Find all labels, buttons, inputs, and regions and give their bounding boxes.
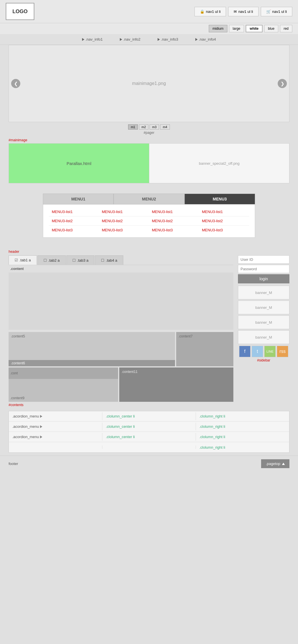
pager-dot-4[interactable]: m4 [160, 124, 170, 130]
pager-dot-3[interactable]: m3 [150, 124, 159, 130]
menu-row-3: MENU3-list3 MENU3-list3 MENU3-list3 MENU… [49, 226, 249, 234]
top-header: LOGO 🔒 nav1 ul li ✉ nav1 ul li 🛒 nav1 ul… [0, 0, 298, 23]
tab-3-label: .tab3 a [77, 258, 89, 263]
menu-grid: MENU3-list1 MENU3-list1 MENU3-list1 MENU… [43, 204, 255, 238]
menu-cell-1-3[interactable]: MENU3-list1 [149, 207, 199, 216]
accordion-row-4: .clolumn_right li [9, 442, 289, 452]
menu-cell-1-2[interactable]: MENU3-list1 [99, 207, 149, 216]
tab-4[interactable]: ☐ .tab4 a [95, 255, 123, 265]
menu-cell-1-1[interactable]: MENU3-list1 [49, 207, 99, 216]
accordion-row-1: .acordion_menu .clolumn_center li .clolu… [9, 411, 289, 422]
nav-button-3[interactable]: 🛒 nav1 ul li [261, 7, 292, 16]
nav-btn-1-label: nav1 ul li [206, 9, 220, 14]
cart-icon: 🛒 [266, 9, 271, 14]
nav-info-1-label: .nav_info1 [86, 37, 103, 41]
nav-button-2[interactable]: ✉ nav1 ul li [228, 7, 258, 16]
slider-prev-button[interactable]: ❮ [11, 79, 20, 88]
parallax-box[interactable]: Parallax.html [9, 144, 149, 183]
triangle-right-icon [82, 38, 84, 41]
rss-icon[interactable]: rss [277, 346, 288, 357]
red-button[interactable]: red [280, 25, 292, 32]
accordion-col3-3[interactable]: .clolumn_right li [196, 433, 289, 441]
white-button[interactable]: white [246, 25, 263, 32]
midium-button[interactable]: midium [209, 25, 227, 32]
tab-2-label: .tab2 a [48, 258, 60, 263]
menu-tabs: MENU1 MENU2 MENU3 [43, 194, 255, 204]
userid-input[interactable] [238, 255, 289, 264]
menu-cell-2-3[interactable]: MENU3-list2 [149, 216, 199, 225]
tab-3[interactable]: ☐ .tab3 a [66, 255, 95, 265]
menu-cell-1-4[interactable]: MENU3-list1 [199, 207, 249, 216]
check-icon-4: ☐ [101, 258, 104, 263]
nav-info-1[interactable]: .nav_info1 [73, 36, 111, 43]
tab-2[interactable]: ☐ .tab2 a [37, 255, 66, 265]
accordion-col1-2[interactable]: .acordion_menu [9, 423, 102, 430]
content7-label: .content7 [178, 334, 192, 338]
accordion-col1-4 [9, 446, 102, 449]
mainimage-label: #mainimage [0, 137, 298, 143]
banner-m-4: banner_M [238, 330, 289, 344]
content9-label: .content9 [10, 396, 24, 400]
menu-cell-3-4[interactable]: MENU3-list3 [199, 226, 249, 234]
accordion-col2-3[interactable]: .clolumn_center li [102, 433, 196, 441]
nav-info-2[interactable]: .nav_info2 [111, 36, 149, 43]
menu-row-1: MENU3-list1 MENU3-list1 MENU3-list1 MENU… [49, 207, 249, 216]
twitter-icon[interactable]: t [252, 346, 263, 357]
triangle-right-icon [195, 38, 198, 41]
menu-tab-3[interactable]: MENU3 [184, 194, 255, 204]
facebook-icon[interactable]: f [239, 346, 251, 357]
login-button[interactable]: login [238, 274, 289, 283]
accordion-col3-1[interactable]: .clolumn_right li [196, 412, 289, 420]
pager-dot-1[interactable]: m1 [128, 124, 138, 130]
large-button[interactable]: large [229, 25, 244, 32]
check-icon-2: ☐ [43, 258, 47, 263]
content-left: ☑ .tab1 a ☐ .tab2 a ☐ .tab3 a ☐ .tab4 a … [9, 255, 233, 408]
content6-label: .content6 [9, 360, 175, 366]
pager-section: m1 m2 m3 m4 #pager [0, 122, 298, 137]
content9-block: .content9 [9, 379, 118, 402]
password-input[interactable] [238, 265, 289, 273]
content11-label: .content11 [122, 370, 138, 374]
triangle-right-icon [120, 38, 122, 41]
blue-button[interactable]: blue [264, 25, 278, 32]
accordion-col3-2[interactable]: .clolumn_right li [196, 423, 289, 430]
menu-cell-3-3[interactable]: MENU3-list3 [149, 226, 199, 234]
footer-label: footer [9, 462, 18, 466]
accordion-col1-1[interactable]: .acordion_menu [9, 412, 102, 420]
tab-1[interactable]: ☑ .tab1 a [9, 255, 37, 265]
menu-tab-1[interactable]: MENU1 [43, 194, 114, 204]
nav-button-1[interactable]: 🔒 nav1 ul li [194, 7, 226, 16]
pager-dot-2[interactable]: m2 [139, 124, 148, 130]
content8-label: .cont [10, 371, 18, 375]
footer-bar: footer .pagetop [0, 456, 298, 472]
pagetop-button[interactable]: .pagetop [261, 459, 289, 468]
accordion-col1-3[interactable]: .acordion_menu [9, 433, 102, 441]
line-icon[interactable]: LINE [264, 346, 276, 357]
menu-cell-2-1[interactable]: MENU3-list2 [49, 216, 99, 225]
logo: LOGO [6, 3, 34, 20]
content5-block: .content5 .content6 [9, 332, 175, 366]
nav-info-4[interactable]: .nav_info4 [187, 36, 225, 43]
nav-info-bar: .nav_info1 .nav_info2 .nav_info3 .nav_in… [0, 34, 298, 45]
slider-section: ❮ mainimage1.png ❯ [9, 45, 289, 122]
sidebar-label: #sidebar [238, 357, 289, 363]
menu-cell-2-4[interactable]: MENU3-list2 [199, 216, 249, 225]
menu-cell-3-2[interactable]: MENU3-list3 [99, 226, 149, 234]
pagetop-label: .pagetop [266, 462, 280, 466]
accordion-arrow-1 [40, 415, 42, 418]
social-icons: f t LINE rss [238, 346, 289, 357]
main-content-area: ☑ .tab1 a ☐ .tab2 a ☐ .tab3 a ☐ .tab4 a … [9, 255, 289, 408]
slider-next-button[interactable]: ❯ [278, 79, 287, 88]
menu-cell-3-1[interactable]: MENU3-list3 [49, 226, 99, 234]
accordion-col3-4[interactable]: .clolumn_right li [196, 444, 289, 451]
accordion-col2-1[interactable]: .clolumn_center li [102, 412, 196, 420]
nav-info-3[interactable]: .nav_info3 [149, 36, 187, 43]
content-block-main [9, 273, 233, 330]
menu-cell-2-2[interactable]: MENU3-list2 [99, 216, 149, 225]
content9-col: .cont .content9 [9, 367, 118, 402]
menu-tab-2[interactable]: MENU2 [114, 194, 184, 204]
accordion-col2-2[interactable]: .clolumn_center li [102, 423, 196, 430]
banner-m-3: banner_M [238, 315, 289, 329]
nav-info-2-label: .nav_info2 [123, 37, 140, 41]
content7-block: .content7 [176, 332, 233, 366]
